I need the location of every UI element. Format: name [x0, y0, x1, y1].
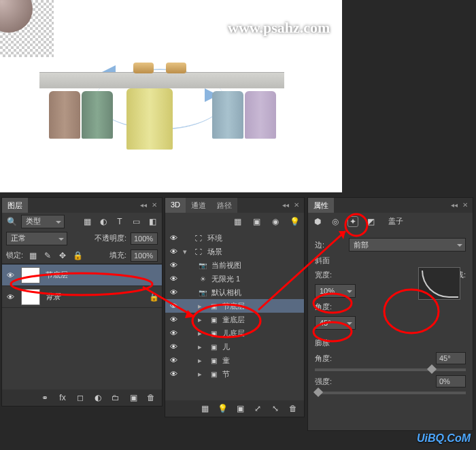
three-d-row[interactable]: 👁📷当前视图 [165, 258, 304, 272]
three-d-label: 当前视图 [211, 260, 241, 271]
layer-name[interactable]: 节底层 [46, 270, 68, 280]
lock-all-icon[interactable]: 🔒 [72, 250, 83, 261]
fx-icon[interactable]: fx [57, 392, 68, 403]
filter-type-dropdown[interactable]: 类型 [21, 215, 65, 228]
light-toggle-icon[interactable]: 💡 [217, 403, 228, 414]
properties-panel-header: 属性 ◂◂ ✕ [308, 198, 473, 213]
axis-icon[interactable]: ⤢ [252, 403, 263, 414]
width-dropdown[interactable]: 10% [315, 284, 356, 298]
three-d-row[interactable]: 👁☀无限光 1 [165, 272, 304, 285]
three-d-row[interactable]: 👁▸▣童 [165, 353, 304, 367]
layer-row[interactable]: 👁 节底层 [2, 264, 162, 286]
fill-input[interactable]: 100% [131, 249, 158, 262]
strength-input[interactable]: 0% [436, 375, 466, 387]
collapse-icon[interactable]: ◂◂ [281, 200, 290, 209]
filter-adjust-icon[interactable]: ◐ [98, 216, 109, 227]
mode-mesh-icon[interactable]: ⬢ [312, 216, 323, 227]
new-layer-icon[interactable]: ▣ [128, 392, 139, 403]
three-d-label: 默认相机 [211, 288, 241, 298]
tab-properties[interactable]: 属性 [308, 198, 334, 213]
edge-dropdown[interactable]: 前部 [349, 238, 466, 252]
collapse-icon[interactable]: ◂◂ [139, 200, 148, 209]
scene-icon: ⛶ [194, 235, 203, 242]
contour-picker[interactable] [418, 267, 460, 300]
watermark-top: www.psahz.com [228, 19, 330, 37]
tab-paths[interactable]: 路径 [211, 198, 237, 213]
search-icon[interactable]: 🔍 [6, 216, 17, 227]
tab-layers[interactable]: 图层 [2, 198, 28, 213]
ground-plane-icon[interactable]: ▣ [235, 403, 245, 414]
filter-shape-icon[interactable]: ▭ [131, 216, 141, 227]
width-label: 宽度: [315, 270, 345, 280]
opacity-label: 不透明度: [95, 233, 126, 243]
trash-icon[interactable]: 🗑 [288, 403, 299, 414]
mode-cap-icon[interactable]: ✦ [347, 216, 358, 227]
filter-type-icon[interactable]: T [114, 216, 125, 227]
lock-transparent-icon[interactable]: ▦ [27, 250, 38, 261]
close-icon[interactable]: ✕ [150, 200, 159, 209]
inflate-angle-slider[interactable] [315, 368, 466, 371]
cylinder-purple [245, 91, 276, 139]
extrusion-shape-1 [133, 63, 154, 73]
filter-mesh-icon[interactable]: ▣ [251, 216, 262, 227]
visibility-toggle[interactable]: 👁 [5, 271, 16, 279]
mode-coord-icon[interactable]: ◩ [365, 216, 376, 227]
close-icon[interactable]: ✕ [460, 200, 470, 209]
three-d-row[interactable]: 👁📷默认相机 [165, 285, 304, 299]
adjust-icon[interactable]: ◐ [92, 392, 103, 403]
extrusion-shape-2 [166, 63, 186, 73]
platform [39, 72, 284, 88]
filter-smart-icon[interactable]: ◧ [147, 216, 158, 227]
axis-icon[interactable]: ⤡ [270, 403, 281, 414]
three-d-label: 儿底层 [222, 328, 245, 339]
three-d-row[interactable]: 👁▾⛶场景 [165, 245, 304, 258]
mode-deform-icon[interactable]: ◎ [330, 216, 341, 227]
blend-mode-dropdown[interactable]: 正常 [6, 232, 67, 245]
three-d-row[interactable]: 👁▸▣儿 [165, 340, 304, 353]
three-d-row[interactable]: 👁▸▣童底层 [165, 313, 304, 326]
layer-thumbnail[interactable] [21, 267, 40, 283]
three-d-row[interactable]: 👁▸▣儿底层 [165, 326, 304, 340]
three-d-row[interactable]: 👁▸▣节底层 [165, 299, 304, 313]
layer-thumbnail[interactable] [21, 289, 40, 305]
three-d-row[interactable]: 👁▸▣节 [165, 367, 304, 381]
visibility-toggle[interactable]: 👁 [5, 293, 16, 301]
cylinder-green [82, 91, 113, 139]
mesh-icon: ▣ [209, 302, 218, 310]
tab-channels[interactable]: 通道 [186, 198, 211, 213]
trash-icon[interactable]: 🗑 [146, 392, 156, 403]
inflate-angle-input[interactable]: 45° [436, 352, 466, 364]
three-d-panel-footer: ▦ 💡 ▣ ⤢ ⤡ 🗑 [165, 400, 304, 417]
three-d-label: 儿 [222, 342, 230, 352]
opacity-input[interactable]: 100% [131, 232, 158, 245]
3d-scene[interactable] [39, 61, 284, 170]
filter-scene-icon[interactable]: ▦ [232, 216, 243, 227]
collapse-icon[interactable]: ◂◂ [449, 200, 459, 209]
three-d-label: 童底层 [222, 315, 245, 325]
layer-name[interactable]: 背景 [46, 292, 61, 302]
three-d-row[interactable]: 👁⛶环境 [165, 231, 304, 245]
lock-paint-icon[interactable]: ✎ [42, 250, 53, 261]
mask-icon[interactable]: ◻ [75, 392, 86, 403]
lock-icon: 🔒 [148, 292, 159, 302]
filter-pixel-icon[interactable]: ▦ [82, 216, 92, 227]
layers-panel-footer: ⚭ fx ◻ ◐ 🗀 ▣ 🗑 [2, 390, 162, 406]
three-d-label: 节 [222, 369, 230, 379]
link-icon[interactable]: ⚭ [39, 392, 50, 403]
group-icon[interactable]: 🗀 [110, 392, 121, 403]
camera-icon: 📷 [198, 262, 207, 269]
tab-3d[interactable]: 3D [165, 198, 186, 213]
strength-slider[interactable] [315, 392, 466, 394]
render-icon[interactable]: ▦ [199, 403, 210, 414]
layer-list: 👁 节底层 👁 背景 🔒 [2, 264, 162, 308]
layer-row[interactable]: 👁 背景 🔒 [2, 286, 162, 308]
filter-light-icon[interactable]: 💡 [289, 216, 300, 227]
close-icon[interactable]: ✕ [292, 200, 301, 209]
lock-move-icon[interactable]: ✥ [57, 250, 68, 261]
angle-dropdown[interactable]: 45° [315, 316, 356, 330]
inflate-section-label: 膨胀 [315, 338, 466, 348]
strength-label: 强度: [315, 377, 345, 387]
filter-material-icon[interactable]: ◉ [270, 216, 281, 227]
mesh-icon: ▣ [209, 330, 218, 337]
three-d-panel: 3D 通道 路径 ◂◂ ✕ ▦ ▣ ◉ 💡 👁⛶环境 👁▾⛶场景 👁📷当前视图 … [165, 197, 305, 417]
